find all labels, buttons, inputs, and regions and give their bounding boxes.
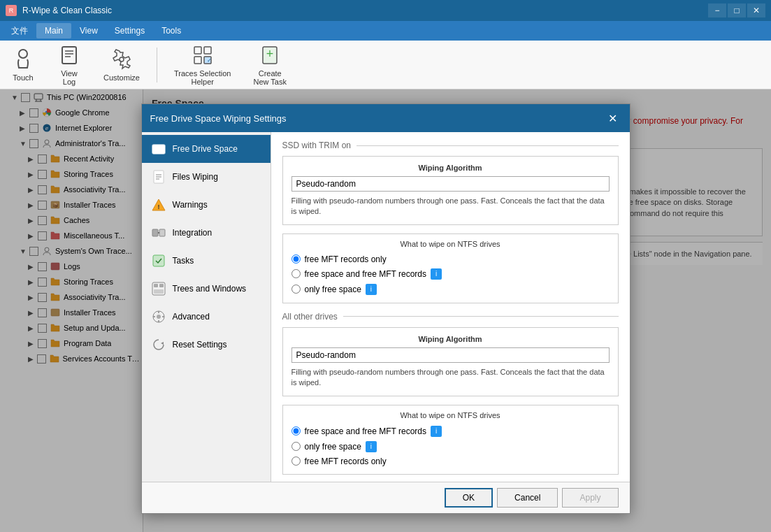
menu-settings[interactable]: Settings [106,23,153,38]
window-controls: − □ ✕ [708,3,765,17]
svg-rect-8 [194,57,201,64]
all-radio-space-mft-input[interactable] [291,426,301,436]
toolbar-view-log[interactable]: ViewLog [52,40,87,90]
nav-item-tasks[interactable]: Tasks [142,247,271,275]
nav-item-files-wiping[interactable]: Files Wiping [142,163,271,191]
toolbar-traces-selection[interactable]: ✓ Traces SelectionHelper [168,40,237,90]
app-title: R-Wipe & Clean Classic [22,6,708,15]
nav-item-reset[interactable]: Reset Settings [142,331,271,359]
nav-advanced-icon [150,308,167,325]
svg-point-51 [157,315,161,319]
ssd-radio-only-space-label: only free space [305,285,361,294]
dialog-close-button[interactable]: ✕ [605,110,621,127]
all-only-space-info-icon[interactable]: i [366,441,377,452]
svg-point-0 [19,50,27,58]
svg-text:✓: ✓ [207,57,212,64]
dialog-title: Free Drive Space Wiping Settings [150,113,287,124]
nav-advanced-label: Advanced [173,312,210,322]
ssd-algo-desc: Filling with pseudo-random numbers throu… [291,196,610,217]
svg-rect-49 [154,289,164,294]
ssd-radio-space-mft-input[interactable] [291,269,301,278]
view-log-label: ViewLog [61,69,78,86]
svg-rect-43 [159,229,165,236]
close-button[interactable]: ✕ [747,3,765,17]
ssd-radio-mft-only-input[interactable] [291,254,301,264]
dialog-content: SSD with TRIM on Wiping Algorithm Pseudo… [271,132,630,482]
all-drives-section-label: All other drives [282,312,338,322]
toolbar-touch[interactable]: Touch [6,44,41,86]
customize-label: Customize [103,73,140,82]
nav-item-trees-windows[interactable]: Trees and Windows [142,275,271,303]
customize-icon [110,48,133,71]
dialog-ok-button[interactable]: OK [445,488,493,508]
nav-item-integration[interactable]: Integration [142,219,271,247]
nav-item-free-drive-space[interactable]: Free Drive Space [142,135,271,163]
view-log-icon [58,44,80,66]
nav-files-wiping-icon [150,168,167,185]
svg-rect-42 [152,229,158,236]
traces-selection-label: Traces SelectionHelper [174,69,231,86]
ssd-section-label: SSD with TRIM on [282,141,351,150]
maximize-button[interactable]: □ [728,3,746,17]
menu-tools[interactable]: Tools [153,23,189,38]
nav-warnings-icon: ! [150,196,167,213]
svg-text:+: + [266,47,274,61]
nav-tasks-label: Tasks [173,256,194,266]
ssd-algo-select[interactable]: Pseudo-random Zeros Ones Random [291,176,610,192]
ssd-algo-box: Wiping Algorithm Pseudo-random Zeros One… [282,156,619,225]
all-algo-select[interactable]: Pseudo-random Zeros Ones Random [291,347,610,363]
all-space-mft-info-icon[interactable]: i [431,426,442,437]
ssd-radio-mft-only-label: free MFT records only [305,254,387,264]
toolbar-customize[interactable]: Customize [98,44,145,86]
dialog-apply-button[interactable]: Apply [562,488,618,508]
menu-file[interactable]: 文件 [3,22,36,40]
main-layout: ▼ This PC (Win20200816 ▶ Google Chrome ▶… [0,89,771,532]
dialog-body: Free Drive Space Files Wiping ! [142,132,630,482]
ssd-radio-only-space-input[interactable] [291,285,301,294]
svg-rect-48 [159,284,164,287]
nav-tasks-icon [150,252,167,269]
all-radio-only-space-label: only free space [305,442,361,452]
svg-rect-6 [194,47,201,54]
dialog-cancel-button[interactable]: Cancel [497,488,558,508]
traces-selection-icon: ✓ [192,44,214,66]
dialog-overlay: Free Drive Space Wiping Settings ✕ Free … [0,89,771,532]
title-bar: R R-Wipe & Clean Classic − □ ✕ [0,0,771,21]
all-algo-box: Wiping Algorithm Pseudo-random Zeros One… [282,327,619,396]
nav-warnings-label: Warnings [173,200,208,210]
svg-rect-45 [153,255,164,266]
svg-text:!: ! [157,203,159,210]
toolbar-create-task[interactable]: + CreateNew Task [248,40,292,90]
ssd-space-mft-info-icon[interactable]: i [431,268,442,280]
minimize-button[interactable]: − [708,3,726,17]
all-radio-mft-only-input[interactable] [291,456,301,466]
svg-rect-7 [204,47,211,54]
ssd-radio-space-mft: free space and free MFT records i [291,266,610,282]
all-radio-mft-only: free MFT records only [291,454,610,468]
touch-icon [12,48,34,71]
all-ntfs-label: What to wipe on NTFS drives [291,411,610,419]
menu-view[interactable]: View [71,23,106,38]
nav-integration-icon [150,224,167,241]
nav-item-advanced[interactable]: Advanced [142,303,271,331]
dialog-nav: Free Drive Space Files Wiping ! [142,132,271,482]
all-radio-only-space-input[interactable] [291,442,301,451]
ssd-section-header: SSD with TRIM on [282,141,619,150]
touch-label: Touch [13,73,33,82]
nav-item-warnings[interactable]: ! Warnings [142,191,271,219]
all-algo-label: Wiping Algorithm [291,335,610,343]
menu-bar: 文件 Main View Settings Tools [0,21,771,41]
svg-rect-47 [154,284,158,287]
create-task-icon: + [259,44,281,66]
ssd-ntfs-box: What to wipe on NTFS drives free MFT rec… [282,233,619,303]
ssd-only-space-info-icon[interactable]: i [366,284,377,295]
dialog-title-bar: Free Drive Space Wiping Settings ✕ [142,104,630,132]
toolbar-divider [157,48,157,82]
ssd-radio-mft-only: free MFT records only [291,252,610,266]
menu-main[interactable]: Main [36,23,71,38]
app-icon: R [6,5,17,16]
nav-free-drive-icon [150,141,167,157]
svg-point-35 [161,150,164,153]
svg-marker-56 [161,342,164,345]
toolbar: Touch ViewLog Customize ✓ Traces Selecti… [0,41,771,89]
